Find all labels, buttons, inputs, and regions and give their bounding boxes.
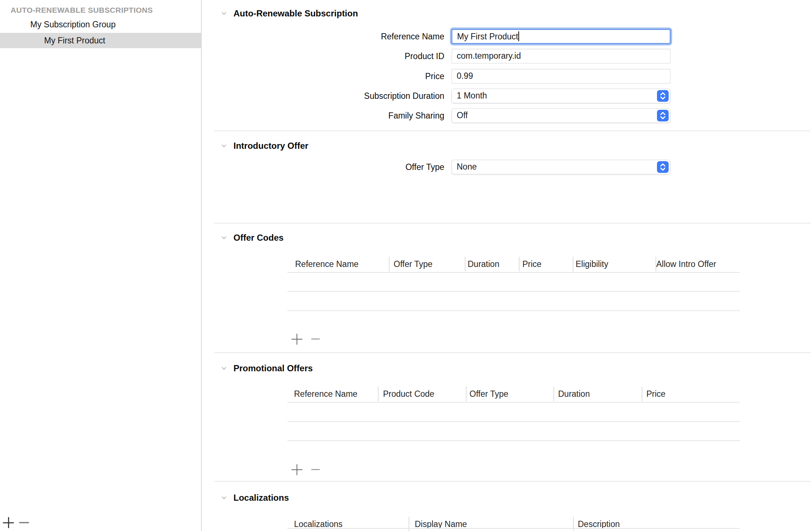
section-title-offer-codes: Offer Codes — [233, 232, 283, 243]
column-separator — [519, 257, 519, 271]
section-title-introductory-offer: Introductory Offer — [233, 140, 308, 151]
column-separator — [378, 387, 379, 401]
column-header[interactable]: Offer Type — [469, 386, 509, 402]
column-separator — [466, 387, 467, 401]
sidebar-item-subscription-group[interactable]: My Subscription Group — [0, 17, 202, 32]
text-caret — [518, 31, 519, 41]
reference-name-label: Reference Name — [326, 29, 444, 44]
column-separator — [642, 387, 642, 401]
chevron-down-icon[interactable] — [220, 9, 228, 18]
sidebar-bottom-bar — [0, 512, 202, 531]
section-divider — [214, 131, 811, 131]
popup-stepper-icon — [657, 90, 669, 102]
column-header[interactable]: Offer Type — [394, 256, 433, 272]
column-header[interactable]: Eligibility — [576, 256, 608, 272]
price-input[interactable]: 0.99 — [452, 69, 670, 84]
chevron-down-icon[interactable] — [220, 494, 228, 502]
chevron-down-icon[interactable] — [220, 234, 228, 242]
section-divider — [214, 481, 811, 482]
column-header[interactable]: Product Code — [383, 386, 434, 402]
chevron-down-icon[interactable] — [220, 142, 228, 150]
sidebar-group-header: AUTO-RENEWABLE SUBSCRIPTIONS — [11, 5, 153, 15]
column-header[interactable]: Allow Intro Offer — [656, 256, 716, 272]
price-value: 0.99 — [457, 71, 473, 81]
offer-type-select[interactable]: None — [452, 160, 670, 174]
column-header[interactable]: Duration — [468, 256, 499, 272]
family-sharing-select[interactable]: Off — [452, 108, 670, 123]
family-sharing-value: Off — [457, 111, 468, 120]
remove-offer-code-button[interactable] — [311, 338, 320, 340]
add-product-button[interactable] — [3, 517, 14, 528]
offer-type-label: Offer Type — [326, 160, 444, 174]
table-line — [287, 310, 740, 311]
table-line — [287, 421, 740, 422]
section-divider — [214, 352, 811, 353]
subscription-duration-select[interactable]: 1 Month — [452, 89, 670, 103]
section-title-subscription: Auto-Renewable Subscription — [233, 8, 358, 19]
add-offer-code-button[interactable] — [291, 334, 302, 345]
table-line — [287, 528, 740, 529]
subscription-duration-value: 1 Month — [457, 91, 487, 100]
product-id-value: com.temporary.id — [457, 51, 521, 61]
column-separator — [389, 257, 390, 271]
reference-name-value: My First Product — [457, 32, 518, 41]
product-id-label: Product ID — [326, 49, 444, 63]
family-sharing-label: Family Sharing — [326, 108, 444, 123]
storekit-config-editor: AUTO-RENEWABLE SUBSCRIPTIONS My Subscrip… — [0, 0, 812, 531]
column-separator — [656, 257, 656, 271]
sidebar: AUTO-RENEWABLE SUBSCRIPTIONS My Subscrip… — [0, 0, 202, 531]
table-line — [287, 402, 740, 403]
table-line — [287, 440, 740, 441]
subscription-duration-label: Subscription Duration — [326, 89, 444, 103]
product-id-input[interactable]: com.temporary.id — [452, 49, 670, 63]
section-divider — [214, 223, 811, 224]
chevron-down-icon[interactable] — [220, 364, 228, 372]
add-promotional-offer-button[interactable] — [291, 464, 302, 475]
popup-stepper-icon — [657, 161, 669, 173]
section-title-localizations: Localizations — [233, 492, 289, 503]
column-separator — [573, 517, 574, 531]
offer-type-value: None — [457, 162, 477, 171]
main-content: Auto-Renewable Subscription Reference Na… — [202, 0, 812, 531]
column-separator — [409, 517, 409, 531]
column-header[interactable]: Reference Name — [295, 256, 359, 272]
sidebar-item-first-product[interactable]: My First Product — [0, 33, 202, 48]
column-header[interactable]: Reference Name — [294, 386, 357, 402]
column-header[interactable]: Price — [522, 256, 541, 272]
column-separator — [553, 387, 554, 401]
column-separator — [573, 257, 573, 271]
table-line — [287, 291, 740, 292]
table-line — [287, 272, 740, 273]
remove-promotional-offer-button[interactable] — [311, 469, 320, 470]
column-separator — [465, 257, 465, 271]
price-label: Price — [326, 69, 444, 84]
column-header[interactable]: Price — [646, 386, 665, 402]
section-title-promotional-offers: Promotional Offers — [233, 363, 313, 374]
column-header[interactable]: Duration — [558, 386, 590, 402]
popup-stepper-icon — [657, 110, 669, 121]
remove-product-button[interactable] — [19, 522, 29, 523]
reference-name-input[interactable]: My First Product — [452, 29, 670, 44]
